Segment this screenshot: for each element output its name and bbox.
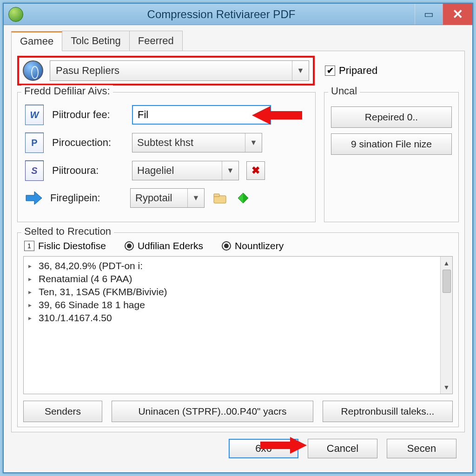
app-icon xyxy=(8,7,23,22)
svg-marker-1 xyxy=(26,192,42,205)
select-fireglipein[interactable]: Rypotail ▼ xyxy=(130,188,205,208)
list-item[interactable]: ▸36, 84,20.9% (PDT-on i: xyxy=(28,259,448,272)
lower-group-title: Selted to Rrecution xyxy=(21,225,114,238)
tab-feerred[interactable]: Feerred xyxy=(129,31,183,51)
list-item-text: 310./1.4167.4.50 xyxy=(39,312,112,324)
left-group-title: Fredd Defiliar Aivs: xyxy=(21,85,113,97)
opt-fislic-label: Fislic Diestofise xyxy=(38,240,106,251)
preset-highlight: Pasu Repliers ▼ xyxy=(17,56,315,86)
list-item[interactable]: ▸39, 66 Sinade 18 1 hage xyxy=(28,298,448,311)
label-pirocuection: Pirocuection: xyxy=(52,137,125,149)
ok-button[interactable]: 6x6 xyxy=(229,439,298,458)
cancel-button[interactable]: Cancel xyxy=(308,439,377,458)
dialog-buttons: 6x6 Cancel Secen xyxy=(11,432,465,465)
list-item-text: Ten, 31, 1SA5 (FKMB/Bivivie) xyxy=(39,286,167,298)
window-title: Compression Retiviareer PDF xyxy=(28,8,415,21)
list-item[interactable]: ▸Ten, 31, 1SA5 (FKMB/Bivivie) xyxy=(28,285,448,298)
tab-body: Pasu Repliers ▼ ✔ Pripared Fredd Defilia… xyxy=(11,51,465,432)
radio-icon xyxy=(125,241,134,251)
list-item[interactable]: ▸310./1.4167.4.50 xyxy=(28,311,448,324)
reptronbusill-button[interactable]: Reptronbusill taleks... xyxy=(323,401,453,422)
left-group: Fredd Defiliar Aivs: W Piitrodur fee: P … xyxy=(17,92,316,222)
triangle-icon: ▸ xyxy=(28,275,35,283)
secen-button[interactable]: Secen xyxy=(387,439,456,458)
tab-gamee[interactable]: Gamee xyxy=(11,31,62,51)
option-row: 1 Fislic Diestofise Udfilian Ederks Noun… xyxy=(24,240,452,251)
opt-fislic[interactable]: 1 Fislic Diestofise xyxy=(24,240,106,251)
input-piitrodur[interactable] xyxy=(132,105,271,125)
tabstrip: Gamee Tolc Beting Feerred xyxy=(11,31,465,51)
list-item-text: 39, 66 Sinade 18 1 hage xyxy=(39,299,145,311)
x-icon: ✖ xyxy=(251,165,260,177)
delete-button[interactable]: ✖ xyxy=(246,161,265,180)
row-pirocuection: P Pirocuection: Subtest khst ▼ xyxy=(24,132,309,153)
label-piitrodur: Piitrodur fee: xyxy=(52,109,125,121)
triangle-icon: ▸ xyxy=(28,314,35,322)
senders-button[interactable]: Senders xyxy=(23,401,102,422)
scrollbar[interactable]: ▲ ▼ xyxy=(440,257,452,394)
select-piitrooura[interactable]: Hageliel ▼ xyxy=(132,161,239,180)
globe-icon xyxy=(23,60,43,81)
word-doc-icon: W xyxy=(24,105,45,125)
row-piitrodur: W Piitrodur fee: xyxy=(24,105,309,125)
folder-icon[interactable] xyxy=(212,190,228,206)
titlebar: Compression Retiviareer PDF ▭ ✕ xyxy=(4,4,472,25)
preset-combobox[interactable]: Pasu Repliers ▼ xyxy=(50,60,309,81)
svg-marker-5 xyxy=(243,193,248,203)
chevron-down-icon: ▼ xyxy=(187,189,204,207)
preset-value: Pasu Repliers xyxy=(56,65,119,77)
opt-nountlizery[interactable]: Nountlizery xyxy=(222,240,284,251)
repeired-button[interactable]: Repeired 0.. xyxy=(331,106,452,128)
window-controls: ▭ ✕ xyxy=(415,4,472,25)
select-fireglipein-value: Rypotail xyxy=(135,192,172,204)
sination-button[interactable]: 9 sination File nize xyxy=(331,133,452,155)
row-fireglipein: Fireglipein: Rypotail ▼ xyxy=(24,188,309,208)
list-item-text: 36, 84,20.9% (PDT-on i: xyxy=(39,260,143,271)
close-button[interactable]: ✕ xyxy=(443,4,472,25)
list-item-text: Renatamial (4 6 PAA) xyxy=(39,273,132,284)
lower-group: Selted to Rrecution 1 Fislic Diestofise … xyxy=(17,232,459,427)
triangle-icon: ▸ xyxy=(28,262,35,270)
triangle-icon: ▸ xyxy=(28,288,35,296)
opt-nountlizery-label: Nountlizery xyxy=(235,240,284,251)
chevron-down-icon: ▼ xyxy=(245,133,262,152)
mid-row: Fredd Defiliar Aivs: W Piitrodur fee: P … xyxy=(17,92,459,222)
preset-row: Pasu Repliers ▼ ✔ Pripared xyxy=(17,56,459,86)
p-doc-icon: P xyxy=(24,132,45,153)
tab-tolc-beting[interactable]: Tolc Beting xyxy=(62,31,130,51)
checkbox-icon: ✔ xyxy=(325,66,335,76)
scroll-down-icon[interactable]: ▼ xyxy=(442,383,451,392)
arrow-right-icon xyxy=(24,189,43,207)
s-doc-icon: S xyxy=(24,160,45,181)
list-lines: ▸36, 84,20.9% (PDT-on i: ▸Renatamial (4 … xyxy=(24,257,452,327)
prepared-label: Pripared xyxy=(339,65,377,77)
scroll-up-icon[interactable]: ▲ xyxy=(442,258,451,268)
diamond-icon[interactable] xyxy=(235,190,251,206)
label-piitrooura: Piitrooura: xyxy=(52,165,125,177)
box-icon: 1 xyxy=(24,241,34,251)
select-pirocuection[interactable]: Subtest khst ▼ xyxy=(132,133,262,152)
client-area: Gamee Tolc Beting Feerred Pasu Repliers … xyxy=(4,25,472,472)
list-item[interactable]: ▸Renatamial (4 6 PAA) xyxy=(28,272,448,285)
chevron-down-icon: ▼ xyxy=(222,161,238,180)
lower-buttons: Senders Uninacen (STPRF)..00.P40" yacrs … xyxy=(23,401,453,422)
prepared-checkbox[interactable]: ✔ Pripared xyxy=(325,65,377,77)
opt-udfilian-label: Udfilian Ederks xyxy=(138,240,203,251)
select-pirocuection-value: Subtest khst xyxy=(137,137,193,149)
row-piitrooura: S Piitrooura: Hageliel ▼ ✖ xyxy=(24,160,309,181)
triangle-icon: ▸ xyxy=(28,301,35,309)
scroll-thumb[interactable] xyxy=(443,270,451,293)
opt-udfilian[interactable]: Udfilian Ederks xyxy=(125,240,203,251)
dialog-window: Compression Retiviareer PDF ▭ ✕ Gamee To… xyxy=(3,3,473,473)
select-piitrooura-value: Hageliel xyxy=(137,165,174,177)
radio-icon xyxy=(222,241,231,251)
right-group-title: Uncal xyxy=(328,85,360,97)
svg-rect-3 xyxy=(214,194,219,197)
maximize-button[interactable]: ▭ xyxy=(415,4,443,25)
label-fireglipein: Fireglipein: xyxy=(50,192,123,204)
result-listbox[interactable]: ▸36, 84,20.9% (PDT-on i: ▸Renatamial (4 … xyxy=(23,256,453,394)
uninacen-button[interactable]: Uninacen (STPRF)..00.P40" yacrs xyxy=(112,401,313,422)
right-group: Uncal Repeired 0.. 9 sination File nize xyxy=(324,92,459,222)
chevron-down-icon: ▼ xyxy=(292,61,309,80)
